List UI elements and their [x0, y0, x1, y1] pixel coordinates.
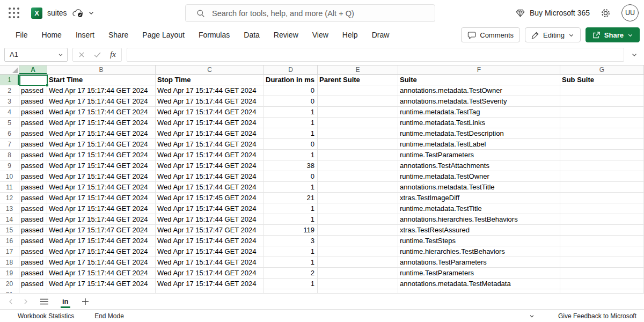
cloud-saved-icon[interactable]	[72, 9, 84, 18]
formula-input[interactable]	[127, 48, 624, 62]
cell[interactable]	[318, 279, 398, 289]
cell[interactable]: Wed Apr 17 15:17:44 GET 2024	[47, 96, 156, 107]
cancel-x-icon[interactable]	[78, 52, 85, 58]
cell[interactable]: Wed Apr 17 15:17:44 GET 2024	[156, 257, 264, 268]
cell[interactable]: Wed Apr 17 15:17:44 GET 2024	[47, 85, 156, 96]
cell[interactable]: 1	[264, 203, 318, 214]
cell[interactable]	[318, 139, 398, 150]
column-header-a[interactable]: A	[19, 65, 47, 74]
row-number[interactable]: 21	[0, 289, 19, 293]
cell[interactable]: Wed Apr 17 15:17:44 GET 2024	[47, 182, 156, 193]
comments-button[interactable]: Comments	[461, 27, 520, 42]
cell[interactable]: Wed Apr 17 15:17:44 GET 2024	[156, 268, 264, 279]
cell[interactable]: Wed Apr 17 15:17:44 GET 2024	[47, 160, 156, 171]
cell[interactable]: annotations.TestParameters	[398, 257, 560, 268]
cell[interactable]	[318, 225, 398, 236]
cell[interactable]: Wed Apr 17 15:17:47 GET 2024	[47, 225, 156, 236]
select-all-corner[interactable]	[0, 65, 19, 74]
cell[interactable]: xtras.TestImageDiff	[398, 193, 560, 203]
cell[interactable]: passed	[19, 246, 47, 257]
menu-home[interactable]: Home	[35, 26, 69, 44]
cell[interactable]: Wed Apr 17 15:17:44 GET 2024	[156, 128, 264, 139]
cell[interactable]	[560, 118, 644, 128]
cell[interactable]	[560, 182, 644, 193]
row-number[interactable]: 18	[0, 257, 19, 268]
cell[interactable]: Wed Apr 17 15:17:44 GET 2024	[47, 268, 156, 279]
cell[interactable]: Duration in ms	[264, 75, 318, 85]
cell[interactable]: Wed Apr 17 15:17:44 GET 2024	[47, 246, 156, 257]
cell[interactable]: Wed Apr 17 15:17:44 GET 2024	[156, 214, 264, 225]
row-number[interactable]: 16	[0, 236, 19, 246]
cell[interactable]: Wed Apr 17 15:17:44 GET 2024	[47, 128, 156, 139]
cell[interactable]	[560, 160, 644, 171]
cell[interactable]: passed	[19, 96, 47, 107]
row-number[interactable]: 11	[0, 182, 19, 193]
menu-page-layout[interactable]: Page Layout	[135, 26, 192, 44]
add-sheet-button[interactable]	[76, 298, 95, 305]
sheet-list-menu-icon[interactable]	[33, 298, 55, 305]
menu-file[interactable]: File	[9, 26, 35, 44]
title-chevron-down-icon[interactable]	[88, 10, 94, 16]
cell[interactable]: annotations.hierarchies.TestBehaviors	[398, 214, 560, 225]
cell[interactable]	[318, 160, 398, 171]
cell[interactable]: 1	[264, 214, 318, 225]
cell[interactable]: annotations.metadata.TestMetadata	[398, 279, 560, 289]
cell[interactable]: Wed Apr 17 15:17:44 GET 2024	[156, 246, 264, 257]
cell[interactable]: Start Time	[47, 75, 156, 85]
cell[interactable]: 1	[264, 182, 318, 193]
menu-review[interactable]: Review	[267, 26, 305, 44]
cell[interactable]: passed	[19, 139, 47, 150]
cell[interactable]: passed	[19, 118, 47, 128]
cell[interactable]: Wed Apr 17 15:17:44 GET 2024	[47, 236, 156, 246]
cell[interactable]	[560, 203, 644, 214]
cell[interactable]	[560, 257, 644, 268]
cell[interactable]: 21	[264, 193, 318, 203]
cell[interactable]	[318, 214, 398, 225]
row-number[interactable]: 4	[0, 107, 19, 118]
cell[interactable]	[560, 279, 644, 289]
cell[interactable]	[560, 268, 644, 279]
row-number[interactable]: 6	[0, 128, 19, 139]
share-button[interactable]: Share	[586, 27, 640, 42]
cell[interactable]: Wed Apr 17 15:17:44 GET 2024	[47, 193, 156, 203]
editing-mode-button[interactable]: Editing	[525, 27, 581, 42]
cell[interactable]: Wed Apr 17 15:17:44 GET 2024	[47, 139, 156, 150]
formula-bar-expand-chevron-icon[interactable]	[629, 52, 640, 58]
cell[interactable]: passed	[19, 279, 47, 289]
cell[interactable]: runtime.TestParameters	[398, 150, 560, 160]
row-number[interactable]: 10	[0, 171, 19, 182]
cell[interactable]: Wed Apr 17 15:17:44 GET 2024	[156, 139, 264, 150]
cell[interactable]: Wed Apr 17 15:17:44 GET 2024	[156, 107, 264, 118]
cell[interactable]	[318, 268, 398, 279]
menu-draw[interactable]: Draw	[365, 26, 397, 44]
cell[interactable]	[318, 118, 398, 128]
cell[interactable]: Wed Apr 17 15:17:44 GET 2024	[156, 279, 264, 289]
cell[interactable]	[318, 236, 398, 246]
cell[interactable]	[318, 289, 398, 293]
cell[interactable]: Wed Apr 17 15:17:47 GET 2024	[156, 225, 264, 236]
row-number[interactable]: 9	[0, 160, 19, 171]
cell[interactable]	[318, 182, 398, 193]
row-number[interactable]: 17	[0, 246, 19, 257]
cell[interactable]	[560, 85, 644, 96]
cell[interactable]: passed	[19, 214, 47, 225]
cell[interactable]: passed	[19, 150, 47, 160]
menu-share[interactable]: Share	[101, 26, 135, 44]
cell[interactable]	[560, 214, 644, 225]
search-input[interactable]: Search for tools, help, and more (Alt + …	[185, 4, 435, 22]
excel-app-icon[interactable]: X	[31, 8, 42, 19]
cell[interactable]: Wed Apr 17 15:17:44 GET 2024	[156, 182, 264, 193]
cell[interactable]	[47, 289, 156, 293]
cell[interactable]	[264, 289, 318, 293]
cell[interactable]: 0	[264, 85, 318, 96]
cell[interactable]: Wed Apr 17 15:17:45 GET 2024	[156, 193, 264, 203]
cell[interactable]	[318, 85, 398, 96]
cell[interactable]: Wed Apr 17 15:17:44 GET 2024	[156, 160, 264, 171]
menu-formulas[interactable]: Formulas	[192, 26, 237, 44]
cell[interactable]	[318, 150, 398, 160]
cell[interactable]: runtime.metadata.TestTitle	[398, 203, 560, 214]
cell[interactable]: 0	[264, 139, 318, 150]
cell[interactable]: passed	[19, 225, 47, 236]
give-feedback-link[interactable]: Give Feedback to Microsoft	[558, 312, 636, 320]
status-chevron-down-icon[interactable]	[529, 313, 535, 319]
